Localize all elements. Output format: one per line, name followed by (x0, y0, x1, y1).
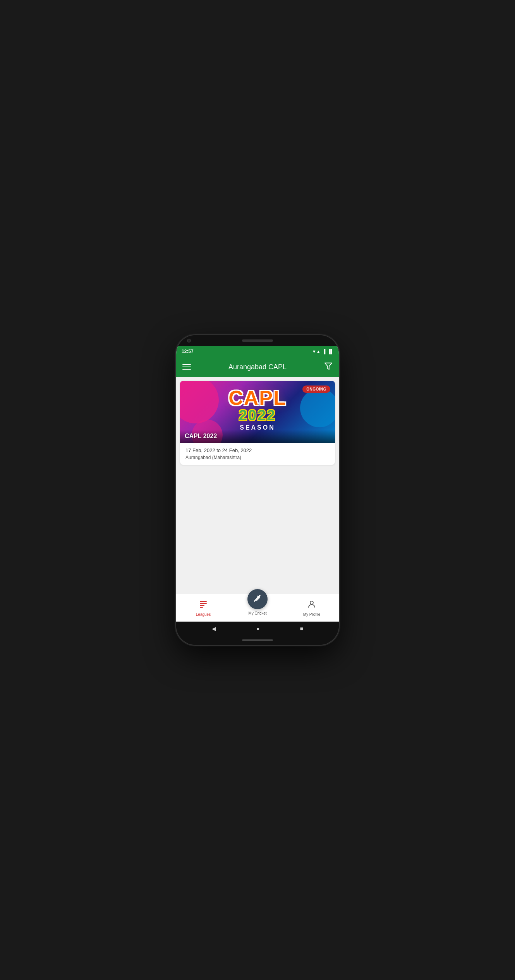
phone-screen: 12:57 ▼▲ ▐ ▐▌ Aurangabad CAPL (176, 346, 339, 622)
phone-camera (187, 339, 191, 343)
year-text: 2022 (228, 408, 287, 423)
android-back-button[interactable]: ◀ (212, 625, 216, 632)
android-home-button[interactable]: ● (256, 625, 259, 632)
tournament-card[interactable]: CAPL 2022 SEASON ONGOING CAPL 2022 17 Fe… (180, 381, 335, 465)
profile-icon (307, 600, 316, 611)
tournament-name-label: CAPL 2022 (185, 433, 217, 439)
tab-my-cricket[interactable]: My Cricket (230, 586, 285, 618)
tournament-details: 17 Feb, 2022 to 24 Feb, 2022 Aurangabad … (180, 443, 335, 465)
android-recent-button[interactable]: ■ (300, 625, 303, 632)
cricket-bat-icon (253, 593, 262, 605)
tournament-dates: 17 Feb, 2022 to 24 Feb, 2022 (185, 447, 330, 453)
filter-icon[interactable] (324, 362, 333, 372)
my-profile-label: My Profile (303, 612, 320, 617)
capl-text: CAPL (228, 388, 287, 408)
status-bar: 12:57 ▼▲ ▐ ▐▌ (176, 346, 339, 357)
svg-rect-4 (200, 607, 203, 608)
swirl-decoration-blue (300, 389, 335, 427)
phone-device: 12:57 ▼▲ ▐ ▐▌ Aurangabad CAPL (176, 335, 339, 645)
menu-icon[interactable] (182, 364, 191, 370)
cricket-fab-button[interactable] (247, 589, 268, 609)
tournament-image: CAPL 2022 SEASON ONGOING CAPL 2022 (180, 381, 335, 443)
wifi-icon: ▼▲ (312, 349, 321, 354)
bottom-navigation: Leagues (176, 594, 339, 622)
tournament-name-overlay: CAPL 2022 (180, 430, 335, 443)
top-navigation-bar: Aurangabad CAPL (176, 357, 339, 377)
signal-icon: ▐ (323, 349, 326, 354)
page-title: Aurangabad CAPL (228, 363, 287, 371)
my-cricket-label: My Cricket (248, 611, 266, 615)
tab-leagues[interactable]: Leagues (176, 596, 230, 620)
main-content: CAPL 2022 SEASON ONGOING CAPL 2022 17 Fe… (176, 377, 339, 594)
leagues-icon (199, 600, 208, 611)
swirl-decoration-pink (180, 381, 219, 423)
tournament-location: Aurangabad (Maharashtra) (185, 455, 330, 460)
phone-speaker (242, 339, 273, 342)
svg-point-9 (310, 601, 313, 604)
battery-icon: ▐▌ (327, 349, 333, 354)
svg-line-8 (254, 600, 256, 601)
leagues-label: Leagues (196, 612, 211, 617)
phone-top-bar (176, 335, 339, 346)
tournament-logo: CAPL 2022 SEASON (228, 388, 287, 431)
status-icons: ▼▲ ▐ ▐▌ (312, 349, 333, 354)
status-badge: ONGOING (302, 385, 330, 393)
svg-rect-3 (200, 605, 204, 606)
phone-home-bar (242, 639, 273, 641)
phone-bottom-bar (176, 636, 339, 645)
tab-my-profile[interactable]: My Profile (285, 596, 339, 620)
status-time: 12:57 (182, 349, 194, 354)
android-nav-bar: ◀ ● ■ (176, 622, 339, 636)
svg-rect-2 (200, 603, 207, 604)
svg-marker-0 (325, 363, 332, 369)
svg-rect-1 (200, 601, 207, 602)
